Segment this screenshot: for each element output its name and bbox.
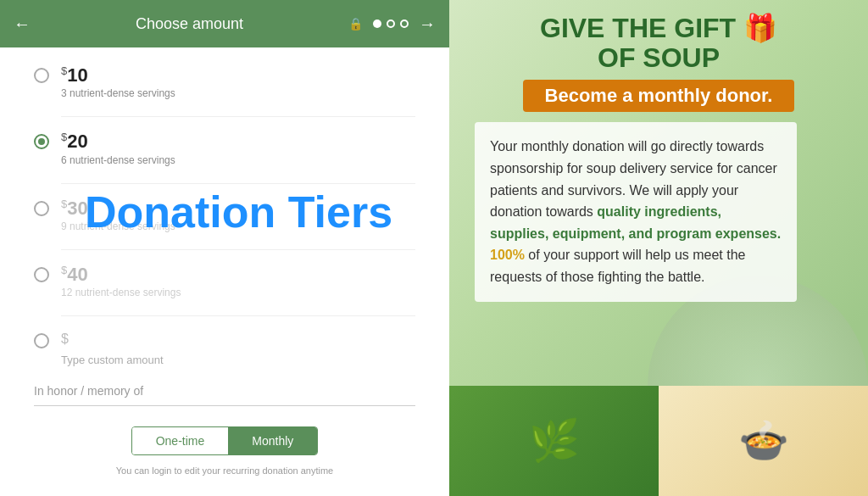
honor-label[interactable]: In honor / memory of [34,384,143,398]
dot-2 [387,20,395,28]
dot-1 [373,20,381,28]
option-text-30: $30 9 nutrient-dense servings [61,198,175,232]
forward-icon[interactable]: → [419,14,436,34]
custom-amount-input: $ [61,332,69,347]
desc-20: 6 nutrient-dense servings [61,154,175,166]
yellow-text: 100% [490,248,525,262]
soup-decoration: 🍲 [659,386,868,496]
option-text-10: $10 3 nutrient-dense servings [61,64,175,99]
donation-option-20[interactable]: $20 6 nutrient-dense servings [34,131,415,165]
desc-30: 9 nutrient-dense servings [61,220,175,232]
radio-custom[interactable] [34,333,49,348]
option-text-20: $20 6 nutrient-dense servings [61,131,175,165]
right-panel: GIVE THE GIFT 🎁 OF SOUP Become a monthly… [449,0,868,496]
radio-10[interactable] [34,68,49,83]
soup-banner: Become a monthly donor. [523,80,794,112]
donation-option-30[interactable]: $30 9 nutrient-dense servings [34,198,415,232]
amount-40: $40 [61,264,181,286]
bottom-image-strip: 🌿 🍲 [449,386,868,496]
desc-40: 12 nutrient-dense servings [61,287,181,298]
gift-icon: 🎁 [743,13,777,43]
leaf-decoration: 🌿 [449,386,659,496]
honor-section: In honor / memory of [34,383,415,406]
back-icon[interactable]: ← [14,14,31,34]
dot-3 [400,20,409,28]
right-content: GIVE THE GIFT 🎁 OF SOUP Become a monthly… [449,0,868,315]
green-text: quality ingredients, supplies, equipment… [490,204,781,241]
header-dots [373,20,409,28]
soup-image-block: 🍲 [659,386,868,496]
lock-icon: 🔒 [348,17,363,31]
app-header: ← Choose amount 🔒 → [0,0,449,47]
footer-note: You can login to edit your recurring don… [34,465,415,476]
leaf-image-block: 🌿 [449,386,659,496]
payment-toggle: One-time Monthly [34,426,415,455]
desc-10: 3 nutrient-dense servings [61,87,175,99]
divider-3 [61,249,415,250]
onetime-button[interactable]: One-time [132,427,229,454]
divider-1 [61,116,415,117]
monthly-button[interactable]: Monthly [228,427,317,454]
custom-amount-row[interactable]: $ [34,330,415,348]
option-text-40: $40 12 nutrient-dense servings [61,264,181,298]
header-icons: 🔒 → [348,14,436,34]
divider-4 [61,315,415,316]
amount-20: $20 [61,131,175,153]
donation-option-40[interactable]: $40 12 nutrient-dense servings [34,264,415,298]
header-title: Choose amount [136,15,243,33]
custom-label[interactable]: Type custom amount [61,354,415,366]
custom-dollar-sign: $ [61,332,69,347]
donation-option-10[interactable]: $10 3 nutrient-dense servings [34,64,415,99]
left-panel: ← Choose amount 🔒 → $10 3 nutrient-dense… [0,0,449,496]
radio-20[interactable] [34,134,49,149]
app-body: $10 3 nutrient-dense servings $20 6 nutr… [0,47,449,496]
divider-2 [61,183,415,184]
gift-title: GIVE THE GIFT 🎁 OF SOUP [475,14,843,73]
radio-40[interactable] [34,267,49,282]
amount-10: $10 [61,64,175,86]
description-box: Your monthly donation will go directly t… [475,122,797,301]
radio-30[interactable] [34,201,49,216]
gift-title-line2: OF SOUP [475,43,843,73]
gift-title-line1: GIVE THE GIFT 🎁 [475,14,843,43]
toggle-group: One-time Monthly [131,426,319,455]
amount-30: $30 [61,198,175,220]
